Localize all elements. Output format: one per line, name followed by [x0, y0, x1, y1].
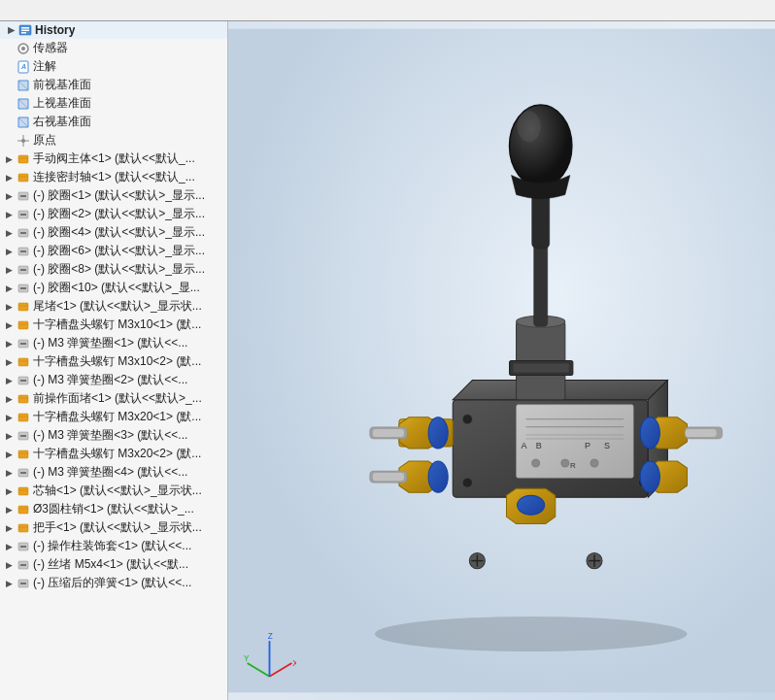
tree-arrow-part18: [2, 466, 16, 480]
tree-icon-minus: [16, 244, 31, 259]
tree-arrow-part22: [2, 540, 16, 553]
tree-item-part22[interactable]: (-) 操作柱装饰套<1> (默认<<...: [0, 537, 227, 555]
tree-item-part15[interactable]: 十字槽盘头螺钉 M3x20<1> (默...: [0, 408, 227, 426]
tree-arrow-sensor: [2, 42, 16, 55]
tree-item-part14[interactable]: 前操作面堵<1> (默认<<默认>_...: [0, 389, 227, 408]
axes-indicator: X Y Z: [243, 632, 296, 685]
tree-scroll[interactable]: History传感器A注解前视基准面上视基准面右视基准面原点手动阀主体<1> (…: [0, 21, 227, 700]
tree-icon-plane: [16, 78, 31, 93]
tree-icon-part: [16, 317, 31, 333]
tree-icon-minus: [16, 576, 31, 591]
tree-item-part2[interactable]: 连接密封轴<1> (默认<<默认_...: [0, 168, 227, 186]
tree-arrow-part11: [2, 337, 16, 350]
svg-rect-43: [18, 395, 28, 403]
sidebar-panel: History传感器A注解前视基准面上视基准面右视基准面原点手动阀主体<1> (…: [0, 21, 228, 700]
tree-item-note[interactable]: A注解: [0, 57, 227, 76]
svg-point-80: [532, 459, 540, 467]
tree-item-part18[interactable]: (-) M3 弹簧垫圈<4> (默认<<...: [0, 463, 227, 482]
tree-item-part17[interactable]: 十字槽盘头螺钉 M3x20<2> (默...: [0, 445, 227, 463]
tree-icon-minus: [16, 188, 31, 204]
tree-label-part9: 尾堵<1> (默认<<默认>_显示状...: [33, 298, 202, 315]
tree-item-part21[interactable]: 把手<1> (默认<<默认>_显示状...: [0, 518, 227, 537]
tree-label-part22: (-) 操作柱装饰套<1> (默认<<...: [33, 538, 191, 554]
tree-icon-history: [17, 22, 33, 38]
svg-point-66: [375, 617, 688, 651]
tree-item-top[interactable]: 上视基准面: [0, 94, 227, 113]
tree-item-right[interactable]: 右视基准面: [0, 113, 227, 131]
tree-icon-part: [16, 483, 31, 499]
tree-icon-part: [16, 354, 31, 370]
tree-item-part4[interactable]: (-) 胶圈<2> (默认<<默认>_显示...: [0, 205, 227, 223]
tree-arrow-part8: [2, 282, 16, 295]
tree-label-part20: Ø3圆柱销<1> (默认<<默认>_...: [33, 501, 194, 517]
svg-text:R: R: [570, 461, 576, 470]
tree-item-part20[interactable]: Ø3圆柱销<1> (默认<<默认>_...: [0, 500, 227, 518]
tree-arrow-part6: [2, 245, 16, 258]
tree-item-part13[interactable]: (-) M3 弹簧垫圈<2> (默认<<...: [0, 371, 227, 389]
tree-item-part7[interactable]: (-) 胶圈<8> (默认<<默认>_显示...: [0, 260, 227, 279]
tree-label-part23: (-) 丝堵 M5x4<1> (默认<<默...: [33, 556, 188, 573]
tree-arrow-part9: [2, 300, 16, 314]
svg-rect-65: [228, 29, 775, 693]
tree-arrow-part7: [2, 263, 16, 277]
tree-arrow-part5: [2, 226, 16, 240]
tree-arrow-part19: [2, 484, 16, 498]
tree-item-part23[interactable]: (-) 丝堵 M5x4<1> (默认<<默...: [0, 555, 227, 574]
tree-item-history[interactable]: History: [0, 21, 227, 39]
svg-line-119: [248, 663, 270, 677]
tree-label-right: 右视基准面: [33, 114, 91, 130]
tree-icon-part: [16, 151, 31, 167]
svg-point-99: [462, 478, 472, 487]
tree-icon-minus: [16, 336, 31, 351]
tree-icon-part: [16, 170, 31, 185]
tree-item-part5[interactable]: (-) 胶圈<4> (默认<<默认>_显示...: [0, 223, 227, 242]
tree-item-part8[interactable]: (-) 胶圈<10> (默认<<默认>_显...: [0, 279, 227, 297]
tree-item-part9[interactable]: 尾堵<1> (默认<<默认>_显示状...: [0, 297, 227, 316]
tree-item-part11[interactable]: (-) M3 弹簧垫圈<1> (默认<<...: [0, 334, 227, 352]
tree-item-sensor[interactable]: 传感器: [0, 39, 227, 57]
svg-text:B: B: [536, 441, 542, 450]
tree-item-origin[interactable]: 原点: [0, 131, 227, 150]
svg-rect-55: [18, 506, 28, 514]
tree-icon-minus: [16, 225, 31, 241]
viewport-3d[interactable]: A B P S R: [228, 21, 775, 700]
svg-rect-39: [18, 358, 28, 366]
tree-label-part1: 手动阀主体<1> (默认<<默认_...: [33, 150, 195, 167]
tree-item-part24[interactable]: (-) 压缩后的弹簧<1> (默认<<...: [0, 574, 227, 592]
tree-arrow-top: [2, 97, 16, 111]
tree-item-part16[interactable]: (-) M3 弹簧垫圈<3> (默认<<...: [0, 426, 227, 445]
tree-icon-origin: [16, 133, 31, 149]
tree-arrow-part4: [2, 208, 16, 221]
svg-rect-3: [21, 32, 26, 34]
tree-label-origin: 原点: [33, 132, 56, 149]
tree-label-part24: (-) 压缩后的弹簧<1> (默认<<...: [33, 575, 191, 591]
tree-icon-part: [16, 447, 31, 462]
svg-point-89: [428, 461, 448, 492]
tree-icon-minus: [16, 465, 31, 481]
tree-item-part19[interactable]: 芯轴<1> (默认<<默认>_显示状...: [0, 482, 227, 500]
tree-arrow-right: [2, 116, 16, 129]
tree-label-part19: 芯轴<1> (默认<<默认>_显示状...: [33, 483, 202, 499]
tree-label-part5: (-) 胶圈<4> (默认<<默认>_显示...: [33, 224, 205, 241]
tree-label-part6: (-) 胶圈<6> (默认<<默认>_显示...: [33, 243, 205, 259]
svg-point-98: [462, 415, 472, 424]
svg-point-97: [518, 495, 545, 515]
tree-item-part10[interactable]: 十字槽盘头螺钉 M3x10<1> (默...: [0, 316, 227, 334]
tree-arrow-history: [4, 23, 17, 37]
tree-arrow-part2: [2, 171, 16, 184]
tree-item-part1[interactable]: 手动阀主体<1> (默认<<默认_...: [0, 150, 227, 168]
svg-point-108: [518, 111, 541, 142]
svg-point-93: [640, 417, 659, 449]
tree-icon-part: [16, 520, 31, 536]
tree-item-part6[interactable]: (-) 胶圈<6> (默认<<默认>_显示...: [0, 242, 227, 260]
tree-item-part3[interactable]: (-) 胶圈<1> (默认<<默认>_显示...: [0, 186, 227, 205]
tree-arrow-part17: [2, 448, 16, 461]
tree-icon-plane: [16, 115, 31, 130]
svg-text:S: S: [604, 441, 610, 450]
tree-item-part12[interactable]: 十字槽盘头螺钉 M3x10<2> (默...: [0, 352, 227, 371]
tree-item-front[interactable]: 前视基准面: [0, 76, 227, 94]
tree-icon-note: A: [16, 59, 31, 75]
tree-label-part3: (-) 胶圈<1> (默认<<默认>_显示...: [33, 187, 205, 204]
tree-label-part16: (-) M3 弹簧垫圈<3> (默认<<...: [33, 427, 187, 444]
svg-point-85: [428, 417, 448, 449]
